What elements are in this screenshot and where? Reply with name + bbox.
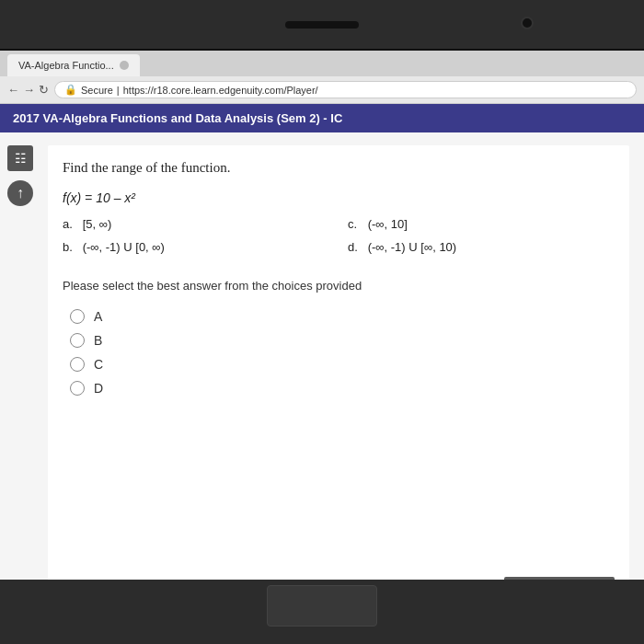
bottom-bezel — [0, 580, 644, 644]
choice-d-label: d. — [348, 240, 364, 254]
content-wrapper: ☷ ↑ Find the range of the function. f(x)… — [7, 138, 637, 580]
radio-circle-d[interactable] — [70, 381, 85, 396]
question-area: Find the range of the function. f(x) = 1… — [48, 145, 629, 580]
url-text: https://r18.core.learn.edgenuity.com/Pla… — [123, 85, 318, 96]
radio-label-c: C — [94, 357, 103, 372]
reload-icon[interactable]: ↻ — [39, 83, 49, 97]
camera-slot — [285, 21, 359, 29]
choice-d: d. (-∞, -1) U [∞, 10) — [348, 237, 615, 257]
radio-option-d[interactable]: D — [70, 381, 615, 396]
sidebar: ☷ ↑ — [7, 138, 40, 580]
tab-bar: VA-Algebra Functio... — [0, 51, 644, 76]
choice-a: a. [5, ∞) — [63, 214, 329, 234]
lock-icon: 🔒 — [64, 84, 77, 96]
course-title: 2017 VA-Algebra Functions and Data Analy… — [13, 111, 342, 125]
radio-label-d: D — [94, 381, 103, 396]
radio-circle-b[interactable] — [70, 333, 85, 348]
choice-c: c. (-∞, 10] — [348, 214, 615, 234]
choice-b-label: b. — [63, 240, 79, 254]
radio-option-b[interactable]: B — [70, 333, 615, 348]
question-prompt: Find the range of the function. — [63, 160, 615, 176]
browser-chrome: VA-Algebra Functio... ← → ↻ 🔒 Secure | — [0, 51, 644, 104]
address-field[interactable]: 🔒 Secure | https://r18.core.learn.edgenu… — [54, 81, 637, 98]
radio-label-a: A — [94, 309, 102, 324]
address-bar: ← → ↻ 🔒 Secure | https://r18.core.learn.… — [0, 76, 644, 104]
secure-label: Secure — [81, 85, 113, 96]
radio-circle-c[interactable] — [70, 357, 85, 372]
top-bezel — [0, 0, 644, 51]
radio-option-a[interactable]: A — [70, 309, 615, 324]
url-separator: | — [117, 85, 120, 96]
choice-d-text: (-∞, -1) U [∞, 10) — [368, 240, 457, 254]
choice-b: b. (-∞, -1) U [0, ∞) — [63, 237, 329, 257]
radio-option-c[interactable]: C — [70, 357, 615, 372]
nav-icons: ← → ↻ — [7, 83, 49, 97]
radio-circle-a[interactable] — [70, 309, 85, 324]
up-arrow-icon[interactable]: ↑ — [7, 180, 33, 206]
course-header: 2017 VA-Algebra Functions and Data Analy… — [0, 104, 644, 132]
choices-grid: a. [5, ∞) c. (-∞, 10] b. (-∞, -1) U [0, … — [63, 214, 615, 257]
screen-area: VA-Algebra Functio... ← → ↻ 🔒 Secure | — [0, 51, 644, 580]
camera-dot — [521, 17, 534, 29]
tab-label: VA-Algebra Functio... — [18, 60, 114, 71]
laptop-wrapper: VA-Algebra Functio... ← → ↻ 🔒 Secure | — [0, 0, 644, 644]
radio-group: A B C D — [70, 309, 615, 396]
select-prompt: Please select the best answer from the c… — [63, 279, 615, 293]
active-tab[interactable]: VA-Algebra Functio... — [7, 54, 140, 76]
laptop-shell: VA-Algebra Functio... ← → ↻ 🔒 Secure | — [0, 0, 644, 644]
page-content: 2017 VA-Algebra Functions and Data Analy… — [0, 104, 644, 580]
grid-icon[interactable]: ☷ — [7, 145, 33, 171]
back-icon[interactable]: ← — [7, 83, 19, 97]
choice-c-text: (-∞, 10] — [368, 217, 408, 231]
choice-a-text: [5, ∞) — [83, 217, 112, 231]
forward-icon[interactable]: → — [23, 83, 35, 97]
radio-label-b: B — [94, 333, 102, 348]
choice-a-label: a. — [63, 217, 79, 231]
trackpad[interactable] — [267, 585, 377, 627]
choice-c-label: c. — [348, 217, 364, 231]
choice-b-text: (-∞, -1) U [0, ∞) — [83, 240, 165, 254]
tab-close-icon[interactable] — [120, 61, 129, 70]
function-display: f(x) = 10 – x² — [63, 190, 615, 205]
